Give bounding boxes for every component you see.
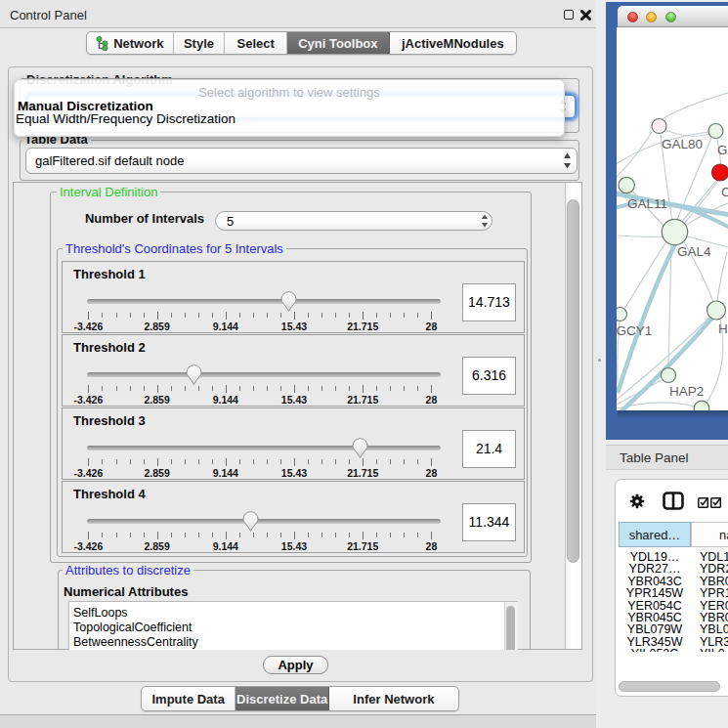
svg-text:CY: CY [721,185,728,199]
svg-text:GAL80: GAL80 [662,137,703,151]
svg-text:HI: HI [718,321,728,336]
svg-text:GAL4: GAL4 [677,244,711,259]
svg-text:GAL11: GAL11 [627,196,667,211]
svg-text:GCY1: GCY1 [617,323,652,338]
svg-text:GA: GA [717,143,728,157]
svg-text:HAP2: HAP2 [669,384,704,399]
